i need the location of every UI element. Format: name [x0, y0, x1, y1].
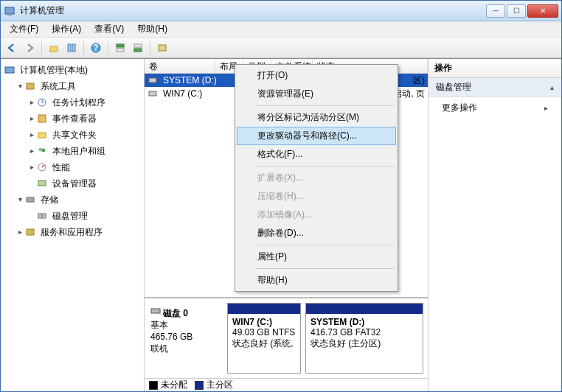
cm-add-mirror: 添加镜像(A)... [237, 206, 396, 224]
main-pane: 卷 布局 类型 文件系统 状态 SYSTEM (D:) 区) WIN7 (C:) [145, 59, 429, 391]
svg-rect-20 [38, 181, 46, 186]
content-area: 计算机管理(本地) ▾系统工具 ▸任务计划程序 ▸事件查看器 ▸共享文件夹 ▸本… [1, 58, 561, 391]
svg-rect-3 [68, 44, 71, 52]
up-button[interactable] [46, 40, 62, 56]
svg-rect-10 [134, 49, 142, 52]
disk-legend: 未分配 主分区 [145, 378, 428, 391]
partition-system-d[interactable]: SYSTEM (D:) 416.73 GB FAT32 状态良好 (主分区) [305, 303, 423, 374]
minimize-button[interactable]: ─ [486, 4, 505, 18]
menu-action[interactable]: 操作(A) [46, 21, 87, 37]
svg-rect-8 [117, 49, 124, 52]
tree-storage[interactable]: ▾存储 [15, 192, 142, 208]
disk-size: 465.76 GB [150, 331, 221, 343]
tree-disk-management[interactable]: 磁盘管理 [27, 208, 142, 224]
help-button[interactable]: ? [88, 40, 104, 56]
window-title: 计算机管理 [20, 4, 486, 17]
svg-rect-1 [7, 15, 12, 15]
svg-rect-15 [38, 115, 46, 122]
titlebar: 计算机管理 ─ ☐ ✕ [1, 1, 561, 21]
cm-extend-volume: 扩展卷(X)... [237, 169, 396, 187]
nav-tree: 计算机管理(本地) ▾系统工具 ▸任务计划程序 ▸事件查看器 ▸共享文件夹 ▸本… [1, 59, 145, 391]
tree-performance[interactable]: ▸性能 [27, 159, 142, 175]
partition-win7-c[interactable]: WIN7 (C:) 49.03 GB NTFS 状态良好 (系统, [227, 303, 301, 374]
forward-button[interactable] [21, 40, 38, 56]
cm-help[interactable]: 帮助(H) [237, 271, 396, 290]
svg-rect-12 [5, 67, 14, 73]
disk-status: 联机 [150, 343, 221, 354]
main-window: 计算机管理 ─ ☐ ✕ 文件(F) 操作(A) 查看(V) 帮助(H) ? 计算… [0, 0, 562, 392]
svg-text:?: ? [93, 43, 98, 53]
svg-rect-21 [27, 197, 34, 202]
actions-section-disk-mgmt[interactable]: 磁盘管理 ▴ [429, 78, 561, 97]
actions-header: 操作 [429, 59, 561, 78]
menu-view[interactable]: 查看(V) [89, 21, 130, 37]
close-button[interactable]: ✕ [527, 4, 558, 18]
view-top-button[interactable] [112, 40, 128, 56]
cm-properties[interactable]: 属性(P) [237, 248, 396, 266]
disk-type: 基本 [150, 319, 221, 331]
svg-point-23 [41, 215, 44, 217]
tree-shared-folders[interactable]: ▸共享文件夹 [27, 127, 142, 143]
menu-file[interactable]: 文件(F) [4, 21, 44, 37]
chevron-right-icon: ▸ [544, 104, 548, 112]
tree-services[interactable]: ▸服务和应用程序 [15, 224, 142, 240]
context-menu: 打开(O) 资源管理器(E) 将分区标记为活动分区(M) 更改驱动器号和路径(C… [235, 64, 398, 292]
app-icon [4, 5, 15, 17]
svg-rect-4 [72, 44, 75, 52]
tree-device-manager[interactable]: 设备管理器 [27, 175, 142, 192]
back-button[interactable] [4, 40, 20, 56]
actions-more[interactable]: 更多操作 ▸ [429, 97, 561, 119]
svg-rect-13 [27, 83, 34, 89]
volume-list: 卷 布局 类型 文件系统 状态 SYSTEM (D:) 区) WIN7 (C:) [145, 59, 428, 297]
svg-rect-9 [134, 44, 142, 47]
disk-map: 磁盘 0 基本 465.76 GB 联机 WIN7 (C:) 49.03 GB … [145, 297, 428, 378]
cm-mark-active[interactable]: 将分区标记为活动分区(M) [237, 108, 396, 127]
cm-format[interactable]: 格式化(F)... [237, 145, 396, 164]
collapse-icon: ▴ [550, 83, 554, 91]
disk-info[interactable]: 磁盘 0 基本 465.76 GB 联机 [149, 303, 223, 374]
maximize-button[interactable]: ☐ [507, 4, 526, 18]
svg-rect-7 [117, 44, 124, 47]
tree-root[interactable]: 计算机管理(本地) [4, 62, 142, 78]
tree-task-scheduler[interactable]: ▸任务计划程序 [27, 94, 142, 111]
view-bottom-button[interactable] [130, 40, 146, 56]
svg-rect-27 [151, 309, 160, 313]
menubar: 文件(F) 操作(A) 查看(V) 帮助(H) [1, 21, 561, 38]
menu-help[interactable]: 帮助(H) [131, 21, 173, 37]
cm-explorer[interactable]: 资源管理器(E) [237, 85, 396, 103]
svg-rect-2 [50, 46, 58, 52]
actions-pane: 操作 磁盘管理 ▴ 更多操作 ▸ [429, 59, 561, 391]
disk-icon [150, 306, 161, 316]
properties-button[interactable] [63, 40, 80, 56]
drive-icon [148, 88, 158, 99]
svg-rect-26 [149, 91, 156, 96]
svg-rect-25 [149, 78, 156, 83]
svg-rect-24 [27, 229, 34, 235]
toolbar: ? [1, 38, 561, 58]
cm-shrink-volume: 压缩卷(H)... [237, 187, 396, 206]
tree-local-users[interactable]: ▸本地用户和组 [27, 143, 142, 159]
cm-delete-volume[interactable]: 删除卷(D)... [237, 224, 396, 242]
svg-rect-0 [5, 7, 14, 14]
legend-primary-icon [195, 381, 204, 390]
svg-rect-11 [159, 45, 166, 51]
settings-button[interactable] [154, 40, 170, 56]
svg-point-18 [42, 149, 46, 153]
col-volume[interactable]: 卷 [145, 59, 215, 73]
cm-change-drive-letter[interactable]: 更改驱动器号和路径(C)... [237, 127, 396, 145]
legend-unallocated-icon [149, 381, 158, 390]
drive-icon [148, 75, 158, 85]
cm-open[interactable]: 打开(O) [237, 66, 396, 85]
tree-event-viewer[interactable]: ▸事件查看器 [27, 111, 142, 127]
svg-rect-16 [38, 133, 46, 138]
tree-system-tools[interactable]: ▾系统工具 [15, 78, 142, 94]
